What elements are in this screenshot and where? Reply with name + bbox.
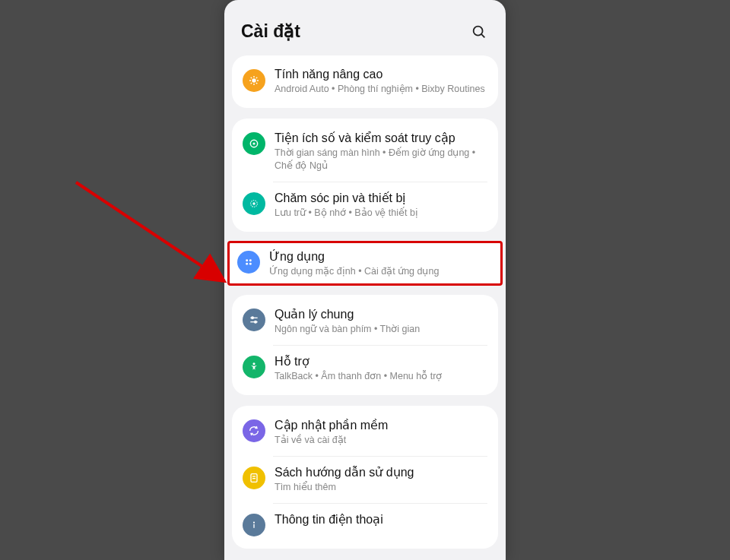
item-subtitle: Android Auto • Phòng thí nghiệm • Bixby …: [275, 83, 487, 96]
update-icon: [243, 419, 265, 442]
item-subtitle: Ứng dụng mặc định • Cài đặt ứng dụng: [269, 265, 493, 278]
settings-group: Quản lý chung Ngôn ngữ và bàn phím • Thờ…: [232, 295, 498, 395]
item-text: Sách hướng dẫn sử dụng Tìm hiểu thêm: [275, 465, 487, 494]
wellbeing-icon: [243, 132, 265, 155]
settings-item-about[interactable]: Thông tin điện thoại: [232, 503, 498, 546]
search-icon: [471, 24, 487, 40]
svg-point-15: [252, 362, 255, 365]
svg-point-14: [255, 321, 257, 324]
item-title: Thông tin điện thoại: [275, 512, 487, 527]
svg-point-0: [474, 26, 483, 35]
svg-point-10: [249, 262, 252, 264]
item-subtitle: Thời gian sáng màn hình • Đếm giờ ứng dụ…: [275, 147, 487, 172]
settings-item-general[interactable]: Quản lý chung Ngôn ngữ và bàn phím • Thờ…: [232, 298, 498, 345]
svg-point-6: [252, 202, 255, 204]
settings-item-wellbeing[interactable]: Tiện ích số và kiểm soát truy cập Thời g…: [232, 122, 498, 182]
item-title: Hỗ trợ: [275, 354, 487, 369]
device-care-icon: [243, 192, 265, 215]
item-subtitle: Ngôn ngữ và bàn phím • Thời gian: [275, 323, 487, 336]
info-icon: [243, 514, 265, 536]
item-title: Quản lý chung: [275, 307, 487, 321]
item-text: Tiện ích số và kiểm soát truy cập Thời g…: [275, 131, 487, 172]
svg-point-4: [252, 142, 255, 144]
svg-point-19: [253, 521, 255, 523]
settings-item-device-care[interactable]: Chăm sóc pin và thiết bị Lưu trữ • Bộ nh…: [232, 182, 498, 229]
item-title: Tiện ích số và kiểm soát truy cập: [275, 131, 487, 145]
svg-point-13: [252, 317, 254, 319]
item-subtitle: TalkBack • Âm thanh đơn • Menu hỗ trợ: [275, 370, 487, 383]
item-title: Ứng dụng: [269, 249, 493, 264]
header: Cài đặt: [224, 0, 506, 55]
item-text: Ứng dụng Ứng dụng mặc định • Cài đặt ứng…: [269, 249, 493, 278]
item-title: Cập nhật phần mềm: [275, 418, 487, 432]
item-text: Quản lý chung Ngôn ngữ và bàn phím • Thờ…: [275, 307, 487, 336]
accessibility-icon: [243, 356, 265, 378]
settings-screen: Cài đặt Tính năng nâng cao Android Auto …: [224, 0, 506, 560]
search-button[interactable]: [469, 22, 489, 42]
sliders-icon: [243, 308, 265, 331]
svg-line-1: [481, 33, 484, 36]
page-title: Cài đặt: [241, 21, 300, 42]
svg-point-2: [252, 78, 256, 82]
svg-point-7: [246, 259, 248, 261]
annotation-arrow: [68, 175, 243, 304]
item-text: Tính năng nâng cao Android Auto • Phòng …: [275, 68, 487, 96]
svg-point-9: [246, 262, 248, 264]
settings-item-update[interactable]: Cập nhật phần mềm Tải về và cài đặt: [232, 409, 498, 456]
item-subtitle: Lưu trữ • Bộ nhớ • Bảo vệ thiết bị: [275, 207, 487, 220]
gear-plus-icon: [243, 69, 265, 92]
svg-point-8: [249, 259, 252, 261]
settings-group: Tiện ích số và kiểm soát truy cập Thời g…: [232, 119, 498, 232]
svg-line-21: [76, 182, 224, 281]
item-text: Cập nhật phần mềm Tải về và cài đặt: [275, 418, 487, 447]
item-title: Sách hướng dẫn sử dụng: [275, 465, 487, 479]
settings-item-accessibility[interactable]: Hỗ trợ TalkBack • Âm thanh đơn • Menu hỗ…: [232, 345, 498, 392]
svg-rect-20: [253, 524, 254, 528]
apps-icon: [237, 251, 260, 274]
settings-item-apps[interactable]: Ứng dụng Ứng dụng mặc định • Cài đặt ứng…: [227, 241, 503, 286]
settings-group: Cập nhật phần mềm Tải về và cài đặt Sách…: [232, 406, 498, 549]
item-title: Chăm sóc pin và thiết bị: [275, 191, 487, 205]
manual-icon: [243, 467, 265, 489]
settings-item-advanced[interactable]: Tính năng nâng cao Android Auto • Phòng …: [232, 59, 498, 105]
settings-group: Tính năng nâng cao Android Auto • Phòng …: [232, 55, 498, 108]
item-subtitle: Tải về và cài đặt: [275, 434, 487, 447]
item-text: Thông tin điện thoại: [275, 512, 487, 528]
item-text: Chăm sóc pin và thiết bị Lưu trữ • Bộ nh…: [275, 191, 487, 220]
item-subtitle: Tìm hiểu thêm: [275, 481, 487, 494]
item-text: Hỗ trợ TalkBack • Âm thanh đơn • Menu hỗ…: [275, 354, 487, 383]
settings-item-manual[interactable]: Sách hướng dẫn sử dụng Tìm hiểu thêm: [232, 456, 498, 503]
item-title: Tính năng nâng cao: [275, 68, 487, 81]
